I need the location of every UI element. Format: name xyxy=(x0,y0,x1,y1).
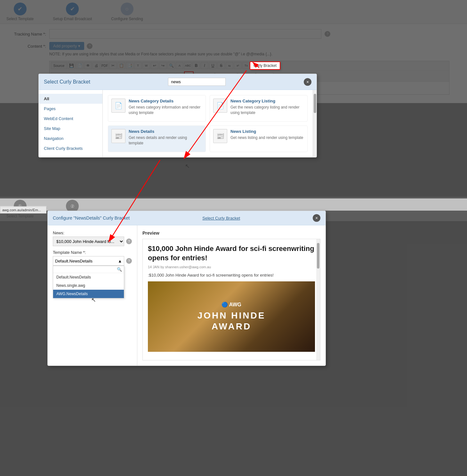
dropdown-search-input[interactable] xyxy=(55,267,116,272)
bracket-icon-4: 📰 xyxy=(213,129,227,143)
bracket-title-1: News Category Details xyxy=(129,99,202,103)
template-field-label: Template Name *: xyxy=(53,250,132,255)
select-curly-bracket-modal: Select Curly Bracket × All Pages WebEd C… xyxy=(38,74,317,157)
modal1-grid: 📄 News Category Details Get news categor… xyxy=(103,90,313,157)
bracket-info-4: News Listing Get news listing and render… xyxy=(230,129,303,141)
sidebar-item-all[interactable]: All xyxy=(39,94,102,104)
bracket-desc-4: Get news listing and render using templa… xyxy=(230,135,303,141)
bracket-title-2: News Category Listing xyxy=(230,99,304,103)
sidebar-item-sitemap[interactable]: Site Map xyxy=(39,124,102,133)
modal1-body: All Pages WebEd Content Site Map Navigat… xyxy=(39,90,317,157)
bracket-desc-1: Get news category information and render… xyxy=(129,105,202,116)
configure-newsdetails-modal: Configure "NewsDetails" Curly Bracket Se… xyxy=(47,211,326,366)
template-help-icon[interactable]: ? xyxy=(126,258,132,264)
sidebar-item-webed[interactable]: WebEd Content xyxy=(39,114,102,124)
preview-image-logo: 🔵 AWG xyxy=(221,302,241,308)
dropdown-arrow-icon: ▲ xyxy=(118,259,122,263)
bracket-card-news-category-listing[interactable]: 📄 News Category Listing Get the news cat… xyxy=(210,95,308,122)
template-selected-label: Default.NewsDetails xyxy=(55,259,93,263)
modal2-left-panel: News: $10,000 John Hinde Award fo... ? T… xyxy=(48,225,137,366)
bracket-desc-2: Get the news category listing and render… xyxy=(230,105,304,116)
modal1-sidebar: All Pages WebEd Content Site Map Navigat… xyxy=(39,90,103,157)
curly-bracket-tooltip: Curly Bracket xyxy=(250,61,280,70)
modal2-body: News: $10,000 John Hinde Award fo... ? T… xyxy=(48,225,326,366)
dropdown-option-news-single[interactable]: News.single.awg xyxy=(53,281,124,290)
bracket-card-news-listing[interactable]: 📰 News Listing Get news listing and rend… xyxy=(210,125,308,152)
url-bar: awg.com.au/admin/Em... xyxy=(0,206,46,214)
modal2-close-button[interactable]: × xyxy=(313,214,320,222)
template-dropdown-list: 🔍 Default.NewsDetails News.single.awg AW… xyxy=(53,266,124,298)
preview-scrollthumb xyxy=(317,243,319,269)
sidebar-item-pages[interactable]: Pages xyxy=(39,104,102,114)
modal2-right-panel: Preview $10,000 John Hinde Award for sci… xyxy=(137,225,326,366)
preview-teaser: :$10,000 John Hinde Award for sci-fi scr… xyxy=(148,273,315,278)
sidebar-item-navigation[interactable]: Navigation xyxy=(39,133,102,143)
url-text: awg.com.au/admin/Em... xyxy=(2,208,41,212)
preview-title: Preview xyxy=(142,230,320,236)
bracket-desc-3: Get news details and render using templa… xyxy=(129,135,202,146)
preview-box: $10,000 John Hinde Award for sci-fi scre… xyxy=(142,239,320,360)
modal2-header: Configure "NewsDetails" Curly Bracket Se… xyxy=(48,211,326,225)
select-curly-link[interactable]: Select Curly Bracket xyxy=(202,216,240,221)
bracket-icon-2: 📄 xyxy=(213,99,227,113)
preview-article-title: $10,000 John Hinde Award for sci-fi scre… xyxy=(148,244,315,262)
template-dropdown-wrapper: Default.NewsDetails ▲ 🔍 Default.NewsDeta… xyxy=(53,256,124,266)
search-icon: 🔍 xyxy=(117,267,122,272)
sidebar-item-client[interactable]: Client Curly Brackets xyxy=(39,143,102,153)
modal2-title: Configure "NewsDetails" Curly Bracket xyxy=(53,215,130,221)
news-field-label: News: xyxy=(53,230,132,235)
preview-scrollbar[interactable] xyxy=(316,239,320,360)
bracket-icon-3: 📰 xyxy=(111,129,125,143)
bracket-card-news-category-details[interactable]: 📄 News Category Details Get news categor… xyxy=(108,95,206,122)
modal1-close-button[interactable]: × xyxy=(304,78,311,86)
modal1-scrollbar[interactable] xyxy=(313,90,317,157)
bracket-title-4: News Listing xyxy=(230,129,303,134)
bracket-icon-1: 📄 xyxy=(111,99,125,113)
bracket-info-3: News Details Get news details and render… xyxy=(129,129,202,146)
dropdown-option-default[interactable]: Default.NewsDetails xyxy=(53,273,124,281)
template-dropdown-selected[interactable]: Default.NewsDetails ▲ xyxy=(53,256,124,266)
bracket-card-news-details[interactable]: 📰 News Details Get news details and rend… xyxy=(108,125,206,152)
preview-meta: 14 JAN by shannen.usher@awg.com.au xyxy=(148,265,315,269)
dropdown-option-awg[interactable]: AWG.NewsDetails xyxy=(53,290,124,298)
bracket-title-3: News Details xyxy=(129,129,202,134)
news-select[interactable]: $10,000 John Hinde Award fo... xyxy=(53,237,124,246)
preview-image: 🔵 AWG JOHN HINDE AWARD xyxy=(148,281,315,352)
bracket-info-1: News Category Details Get news category … xyxy=(129,99,202,116)
bracket-info-2: News Category Listing Get the news categ… xyxy=(230,99,304,116)
news-help-icon[interactable]: ? xyxy=(126,238,132,244)
modal1-title: Select Curly Bracket xyxy=(44,79,90,85)
preview-content: $10,000 John Hinde Award for sci-fi scre… xyxy=(143,239,320,357)
modal1-search-input[interactable] xyxy=(168,78,226,86)
preview-image-text: JOHN HINDE AWARD xyxy=(197,310,266,332)
modal1-scrollthumb xyxy=(314,94,316,113)
dropdown-search-row: 🔍 xyxy=(53,266,124,273)
modal1-header: Select Curly Bracket × xyxy=(39,74,317,90)
